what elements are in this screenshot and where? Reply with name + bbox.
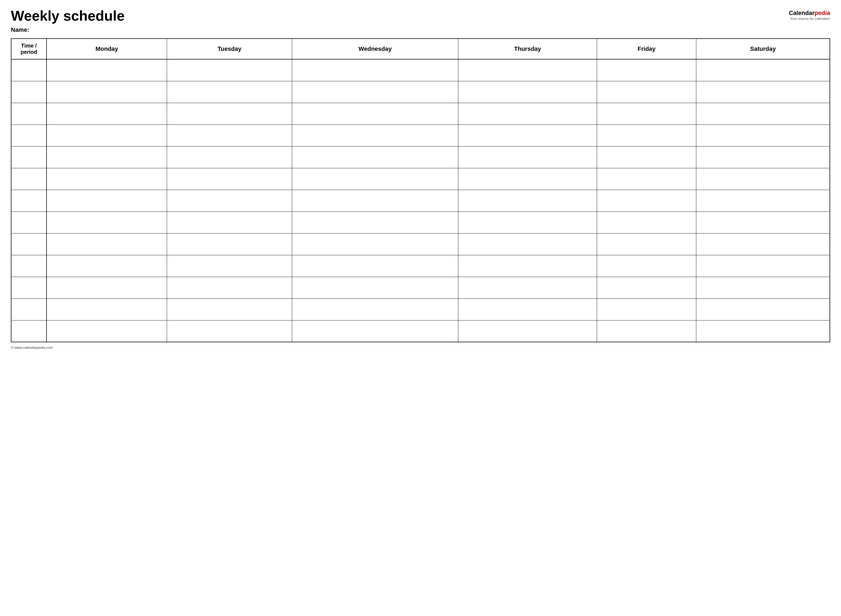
schedule-cell[interactable]	[292, 233, 458, 255]
schedule-cell[interactable]	[597, 103, 696, 125]
time-cell[interactable]	[11, 146, 47, 168]
time-cell[interactable]	[11, 168, 47, 190]
time-cell[interactable]	[11, 320, 47, 342]
schedule-cell[interactable]	[292, 298, 458, 320]
schedule-cell[interactable]	[47, 125, 167, 146]
schedule-cell[interactable]	[47, 211, 167, 233]
schedule-cell[interactable]	[458, 320, 597, 342]
footer-text: © www.calendarpedia.com	[11, 346, 53, 350]
schedule-cell[interactable]	[167, 125, 292, 146]
schedule-cell[interactable]	[458, 255, 597, 277]
time-cell[interactable]	[11, 59, 47, 81]
schedule-cell[interactable]	[458, 277, 597, 298]
schedule-cell[interactable]	[47, 103, 167, 125]
schedule-cell[interactable]	[458, 298, 597, 320]
schedule-cell[interactable]	[597, 168, 696, 190]
schedule-cell[interactable]	[696, 255, 830, 277]
schedule-cell[interactable]	[47, 255, 167, 277]
schedule-cell[interactable]	[167, 233, 292, 255]
schedule-cell[interactable]	[167, 211, 292, 233]
schedule-cell[interactable]	[167, 103, 292, 125]
schedule-cell[interactable]	[292, 211, 458, 233]
schedule-cell[interactable]	[696, 59, 830, 81]
schedule-cell[interactable]	[696, 233, 830, 255]
schedule-cell[interactable]	[292, 103, 458, 125]
schedule-cell[interactable]	[167, 320, 292, 342]
time-cell[interactable]	[11, 233, 47, 255]
schedule-cell[interactable]	[292, 146, 458, 168]
time-cell[interactable]	[11, 211, 47, 233]
schedule-cell[interactable]	[167, 81, 292, 103]
schedule-cell[interactable]	[292, 168, 458, 190]
schedule-cell[interactable]	[458, 211, 597, 233]
schedule-cell[interactable]	[597, 190, 696, 211]
schedule-cell[interactable]	[597, 255, 696, 277]
schedule-cell[interactable]	[458, 59, 597, 81]
schedule-cell[interactable]	[167, 255, 292, 277]
schedule-cell[interactable]	[458, 233, 597, 255]
schedule-cell[interactable]	[47, 168, 167, 190]
time-cell[interactable]	[11, 255, 47, 277]
schedule-cell[interactable]	[597, 59, 696, 81]
schedule-cell[interactable]	[292, 190, 458, 211]
schedule-cell[interactable]	[597, 320, 696, 342]
table-row	[11, 168, 830, 190]
time-cell[interactable]	[11, 81, 47, 103]
schedule-cell[interactable]	[696, 168, 830, 190]
schedule-cell[interactable]	[47, 146, 167, 168]
schedule-cell[interactable]	[458, 125, 597, 146]
schedule-cell[interactable]	[696, 298, 830, 320]
schedule-cell[interactable]	[292, 255, 458, 277]
logo-calendar: Calendar	[789, 10, 815, 16]
schedule-cell[interactable]	[696, 190, 830, 211]
time-cell[interactable]	[11, 125, 47, 146]
schedule-cell[interactable]	[167, 190, 292, 211]
col-header-thursday: Thursday	[458, 39, 597, 59]
schedule-cell[interactable]	[696, 320, 830, 342]
schedule-cell[interactable]	[597, 211, 696, 233]
schedule-cell[interactable]	[696, 81, 830, 103]
schedule-cell[interactable]	[47, 81, 167, 103]
schedule-cell[interactable]	[696, 146, 830, 168]
schedule-cell[interactable]	[458, 146, 597, 168]
schedule-cell[interactable]	[47, 320, 167, 342]
schedule-cell[interactable]	[696, 211, 830, 233]
logo-container: Calendarpedia Your source for calendars	[789, 10, 830, 21]
time-cell[interactable]	[11, 103, 47, 125]
schedule-cell[interactable]	[47, 59, 167, 81]
schedule-cell[interactable]	[696, 103, 830, 125]
schedule-cell[interactable]	[292, 81, 458, 103]
time-cell[interactable]	[11, 190, 47, 211]
schedule-cell[interactable]	[597, 233, 696, 255]
schedule-cell[interactable]	[458, 103, 597, 125]
schedule-cell[interactable]	[597, 125, 696, 146]
schedule-cell[interactable]	[458, 168, 597, 190]
schedule-cell[interactable]	[458, 81, 597, 103]
schedule-cell[interactable]	[47, 190, 167, 211]
schedule-cell[interactable]	[597, 81, 696, 103]
logo-pedia: pedia	[815, 10, 830, 16]
schedule-cell[interactable]	[292, 320, 458, 342]
name-label: Name:	[11, 26, 830, 34]
schedule-cell[interactable]	[167, 146, 292, 168]
time-cell[interactable]	[11, 277, 47, 298]
schedule-cell[interactable]	[47, 298, 167, 320]
col-header-time: Time / period	[11, 39, 47, 59]
schedule-cell[interactable]	[597, 146, 696, 168]
schedule-cell[interactable]	[47, 233, 167, 255]
schedule-cell[interactable]	[292, 59, 458, 81]
schedule-cell[interactable]	[292, 277, 458, 298]
schedule-cell[interactable]	[167, 298, 292, 320]
time-cell[interactable]	[11, 298, 47, 320]
schedule-cell[interactable]	[597, 298, 696, 320]
schedule-cell[interactable]	[167, 277, 292, 298]
schedule-cell[interactable]	[696, 277, 830, 298]
schedule-cell[interactable]	[292, 125, 458, 146]
schedule-cell[interactable]	[696, 125, 830, 146]
schedule-cell[interactable]	[167, 59, 292, 81]
col-header-tuesday: Tuesday	[167, 39, 292, 59]
schedule-cell[interactable]	[47, 277, 167, 298]
schedule-cell[interactable]	[167, 168, 292, 190]
schedule-cell[interactable]	[597, 277, 696, 298]
schedule-cell[interactable]	[458, 190, 597, 211]
